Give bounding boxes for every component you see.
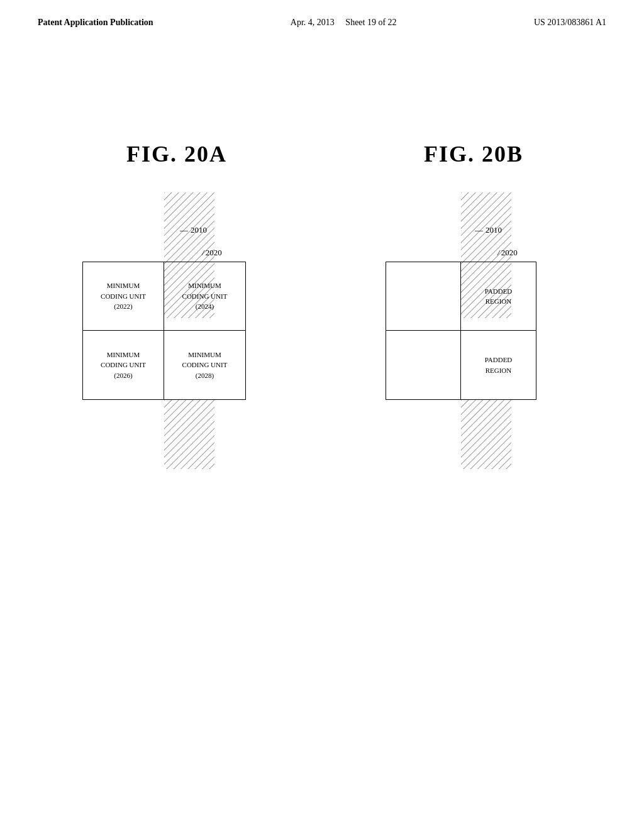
cell-2026: MINIMUM CODING UNIT (2026) <box>82 331 164 400</box>
cell-2028: MINIMUM CODING UNIT (2028) <box>164 331 246 400</box>
figure-20a-title: FIG. 20A <box>126 141 227 167</box>
cell-b1 <box>386 262 461 331</box>
header-right: US 2013/083861 A1 <box>534 18 606 28</box>
page-header: Patent Application Publication Apr. 4, 2… <box>0 0 644 28</box>
figure-20b: FIG. 20B <box>386 141 562 469</box>
main-content: FIG. 20A <box>0 28 644 469</box>
figure-20a: FIG. 20A <box>82 141 271 469</box>
cell-b2: PADDED REGION <box>461 262 536 331</box>
diagram-20b: —2010 /2020 PADDED REGION PADDED REGION <box>386 192 562 469</box>
header-center: Apr. 4, 2013 Sheet 19 of 22 <box>291 18 397 28</box>
diagram-20a: —2010 /2020 MINIMUM CODING UNIT (2022) M… <box>82 192 271 469</box>
hatch-bottom-right-20a <box>164 400 214 469</box>
label-2010-20b: —2010 <box>475 225 502 235</box>
hatch-bottom-right-20b <box>461 400 511 469</box>
label-2010-20a: —2010 <box>180 225 207 235</box>
header-left: Patent Application Publication <box>38 18 153 28</box>
cell-b4: PADDED REGION <box>461 331 536 400</box>
cell-2024: MINIMUM CODING UNIT (2024) <box>164 262 246 331</box>
cell-b3 <box>386 331 461 400</box>
label-2020-20b: /2020 <box>497 248 518 258</box>
cell-2022: MINIMUM CODING UNIT (2022) <box>82 262 164 331</box>
svg-rect-3 <box>164 400 214 469</box>
figure-20b-title: FIG. 20B <box>424 141 523 167</box>
header-sheet: Sheet 19 of 22 <box>345 18 396 27</box>
header-date: Apr. 4, 2013 <box>291 18 335 27</box>
svg-rect-7 <box>461 400 511 469</box>
label-2020-20a: /2020 <box>202 248 222 258</box>
